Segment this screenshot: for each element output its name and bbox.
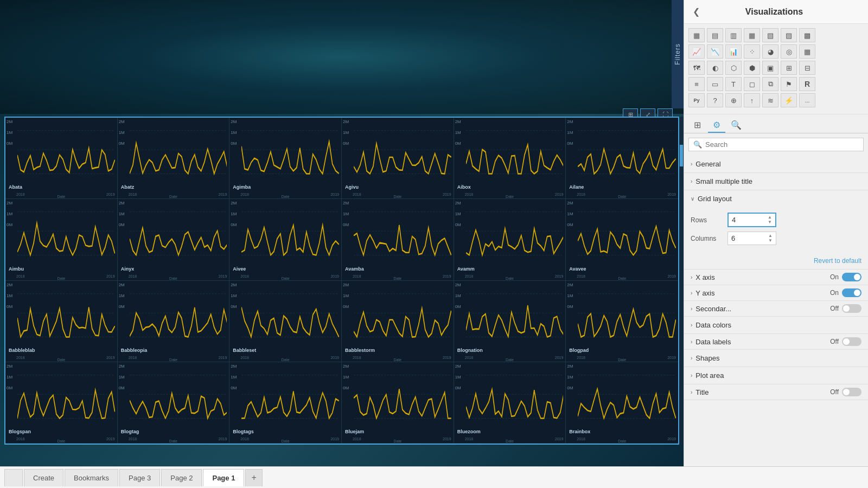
viz-icon-ribbon[interactable]: 📊 — [725, 44, 742, 59]
viz-icon-waterfall[interactable]: ▩ — [799, 28, 815, 42]
plot-area-header[interactable]: › Plot area — [684, 367, 868, 384]
x-axis-label: 2018 — [465, 356, 474, 359]
viz-icon-stacked-bar[interactable]: ▦ — [688, 28, 705, 42]
x-axis-toggle-row[interactable]: › X axis On — [684, 269, 868, 285]
viz-icon-scatter[interactable]: ⁘ — [744, 44, 760, 59]
x-axis-labels: 20182019 — [129, 192, 227, 196]
viz-icon-donut[interactable]: ◎ — [781, 44, 797, 59]
revert-to-default-btn[interactable]: Revert to default — [684, 255, 868, 269]
format-tab[interactable]: ⚙ — [708, 118, 725, 133]
viz-icon-bar[interactable]: ▤ — [707, 28, 723, 42]
columns-spinner[interactable]: ▲ ▼ — [768, 234, 773, 243]
y-axis-labels: 2M1M0M — [231, 201, 237, 234]
tab-add[interactable]: + — [245, 469, 262, 486]
scroll-thumb[interactable] — [680, 145, 683, 166]
x-axis-date-label: Date — [393, 195, 401, 198]
y-axis-label: 1M — [7, 375, 12, 380]
analytics-tab[interactable]: 🔍 — [727, 118, 745, 133]
viz-icon-button[interactable]: ⧉ — [762, 77, 778, 91]
viz-icon-decomposition[interactable]: ⊕ — [725, 93, 742, 107]
viz-icon-filled-map[interactable]: ◐ — [707, 61, 723, 75]
columns-input-container[interactable]: 6 ▲ ▼ — [727, 232, 776, 245]
rows-down-arrow[interactable]: ▼ — [768, 220, 772, 224]
sparkline — [17, 121, 115, 183]
viz-icon-table[interactable]: ⊞ — [781, 61, 797, 75]
tab-create[interactable]: Create — [24, 469, 63, 486]
x-axis-labels: 20182019 — [240, 356, 339, 359]
y-axis-toggle-row[interactable]: › Y axis On — [684, 285, 868, 300]
rows-up-arrow[interactable]: ▲ — [768, 215, 772, 220]
viz-icon-funnel[interactable]: ⬡ — [725, 61, 742, 75]
tab-empty[interactable] — [4, 469, 23, 486]
filters-tab[interactable]: Filters — [672, 0, 684, 108]
search-input[interactable] — [705, 140, 859, 149]
viz-icon-text[interactable]: T — [725, 77, 742, 91]
x-axis-labels: 20182019 — [240, 437, 339, 441]
viz-icon-treemap[interactable]: ▦ — [799, 44, 815, 59]
secondary-toggle-row[interactable]: › Secondar... Off — [684, 301, 868, 316]
viz-icon-python[interactable]: Py — [688, 93, 705, 107]
small-multiple-title-header[interactable]: › Small multiple title — [684, 173, 868, 190]
viz-icon-h-100[interactable]: ▨ — [781, 28, 797, 42]
tab-bookmarks[interactable]: Bookmarks — [65, 469, 118, 486]
y-axis-label: 1M — [567, 212, 573, 216]
viz-icon-slicer[interactable]: ≡ — [688, 77, 705, 91]
x-axis-label: 2018 — [240, 356, 249, 359]
chart-cell: 2M1M0MAvamba20182019Date — [342, 199, 454, 280]
chart-cell: 2M1M0MAimbu20182019Date — [5, 199, 118, 280]
columns-up-arrow[interactable]: ▲ — [768, 234, 773, 238]
title-toggle-row[interactable]: › Title Off — [684, 384, 868, 400]
chart-cell: 2M1M0MBlogtag20182019Date — [118, 362, 230, 444]
tab-page3[interactable]: Page 3 — [119, 469, 160, 486]
x-axis-label: 2018 — [353, 356, 361, 359]
tab-add-label: + — [251, 473, 256, 483]
data-labels-toggle[interactable] — [842, 337, 861, 346]
viz-icon-key-influencers[interactable]: ↑ — [744, 93, 760, 107]
y-axis-label: 0M — [231, 305, 237, 309]
tab-page2[interactable]: Page 2 — [161, 469, 202, 486]
viz-icon-r[interactable]: R — [799, 77, 815, 91]
viz-icon-area[interactable]: 📉 — [707, 44, 723, 59]
fields-tab[interactable]: ⊞ — [688, 118, 706, 133]
rows-input-container[interactable]: 4 ▲ ▼ — [727, 213, 776, 227]
viz-icon-100-stacked[interactable]: ▥ — [725, 28, 742, 42]
viz-icon-shape[interactable]: ◻ — [744, 77, 760, 91]
x-axis-toggle[interactable] — [842, 273, 861, 281]
rows-spinner[interactable]: ▲ ▼ — [768, 215, 772, 224]
y-axis-label: 0M — [7, 386, 12, 390]
grid-layout-header[interactable]: ∨ Grid layout — [684, 190, 868, 207]
viz-icon-smart[interactable]: ⚡ — [781, 93, 797, 107]
viz-icon-matrix[interactable]: ⊟ — [799, 61, 815, 75]
tab-page1[interactable]: Page 1 — [203, 469, 244, 486]
shapes-header[interactable]: › Shapes — [684, 350, 868, 367]
general-section-header[interactable]: › General — [684, 156, 868, 172]
viz-icon-map[interactable]: 🗺 — [688, 61, 705, 75]
chart-cell: 2M1M0MBlognation20182019Date — [454, 281, 566, 362]
y-axis-toggle[interactable] — [842, 288, 861, 297]
viz-icon-image[interactable]: ▭ — [707, 77, 723, 91]
title-toggle-label: Off — [830, 388, 839, 396]
columns-down-arrow[interactable]: ▼ — [768, 239, 773, 243]
back-button[interactable]: ❮ — [693, 7, 700, 17]
viz-icon-qna[interactable]: ? — [707, 93, 723, 107]
secondary-toggle[interactable] — [842, 304, 861, 313]
y-axis-labels: 2M1M0M — [567, 120, 573, 152]
viz-icon-more[interactable]: ... — [799, 93, 815, 107]
viz-icon-h-stacked[interactable]: ▧ — [762, 28, 778, 42]
viz-icon-pie[interactable]: ◕ — [762, 44, 778, 59]
viz-icon-gauge[interactable]: ⬢ — [744, 61, 760, 75]
data-labels-toggle-row[interactable]: › Data labels Off — [684, 334, 868, 349]
viz-icon-card[interactable]: ▣ — [762, 61, 778, 75]
viz-icon-bookmark[interactable]: ⚑ — [781, 77, 797, 91]
data-colors-header[interactable]: › Data colors — [684, 317, 868, 333]
y-axis-label: 1M — [119, 212, 125, 216]
x-axis-toggle-label: On — [830, 273, 839, 281]
vertical-scrollbar[interactable] — [679, 117, 684, 445]
viz-icon-h-bar[interactable]: ▦ — [744, 28, 760, 42]
y-axis-label: 2M — [231, 283, 237, 287]
y-axis-labels: 2M1M0M — [231, 283, 237, 316]
viz-icon-narrative[interactable]: ≋ — [762, 93, 778, 107]
title-toggle[interactable] — [842, 388, 861, 396]
small-multiples-chart[interactable]: 2M1M0MAbata20182019Date2M1M0MAbatz201820… — [4, 117, 679, 445]
viz-icon-line[interactable]: 📈 — [688, 44, 705, 59]
